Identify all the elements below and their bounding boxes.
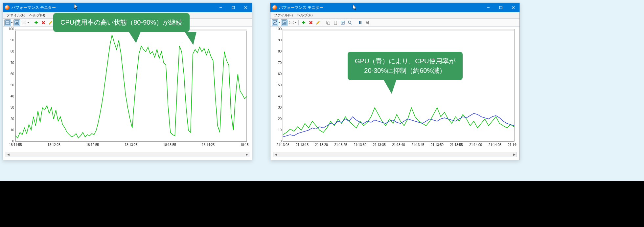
y-tick-label: 100 — [276, 27, 282, 31]
x-tick-label: 21:14:11 — [508, 143, 517, 147]
options-dropdown-icon[interactable] — [27, 22, 29, 24]
x-tick-label: 21:13:30 — [354, 143, 366, 147]
close-button[interactable] — [240, 3, 252, 12]
zoom-icon[interactable] — [347, 19, 353, 26]
remove-counter-icon[interactable] — [40, 19, 47, 26]
svg-rect-27 — [328, 22, 330, 25]
options-icon[interactable] — [21, 19, 27, 26]
svg-rect-35 — [283, 29, 514, 31]
window-title: パフォーマンス モニター — [12, 5, 56, 10]
menu-file[interactable]: ファイル(F) — [272, 13, 295, 18]
callout-text-line1: GPU（青）により、CPU使用率が — [355, 57, 455, 65]
y-tick-label: 50 — [278, 83, 282, 87]
svg-rect-22 — [284, 22, 285, 24]
app-icon — [272, 5, 277, 10]
copy-icon[interactable] — [325, 19, 332, 26]
x-tick-label: 21:13:55 — [450, 143, 463, 147]
properties-icon[interactable] — [339, 19, 346, 26]
remove-counter-icon[interactable] — [308, 19, 314, 26]
add-counter-icon[interactable] — [300, 19, 307, 26]
toolbar — [270, 19, 519, 27]
maximize-button[interactable] — [494, 3, 507, 12]
x-tick-label: 21:13:08 — [277, 143, 289, 147]
callout-tail — [384, 80, 396, 94]
y-tick-label: 0 — [12, 139, 14, 143]
minimize-button[interactable] — [482, 3, 494, 12]
horizontal-scrollbar[interactable]: ◀ ▶ — [6, 152, 249, 157]
x-tick-label: 18:15:02 — [241, 143, 249, 147]
callout-gpu-reduces-cpu: GPU（青）により、CPU使用率が 20-30%に抑制（約60%減） — [348, 52, 463, 80]
titlebar[interactable]: パフォーマンス モニター — [3, 3, 252, 12]
titlebar[interactable]: パフォーマンス モニター — [270, 3, 519, 12]
horizontal-scrollbar[interactable]: ◀ ▶ — [273, 152, 517, 157]
svg-rect-32 — [359, 21, 360, 24]
y-tick-label: 10 — [278, 128, 282, 132]
cursor-icon — [353, 4, 357, 11]
options-icon[interactable] — [288, 19, 295, 26]
cursor-icon — [74, 4, 79, 10]
y-tick-label: 50 — [11, 83, 14, 87]
x-tick-label: 18:12:25 — [48, 143, 60, 147]
y-tick-label: 100 — [9, 27, 14, 31]
y-tick-label: 90 — [278, 38, 282, 42]
callout-tail — [129, 32, 141, 43]
chart-area: 010203040506070809010018:11:5518:12:2518… — [6, 27, 249, 149]
view-mode-icon[interactable] — [13, 19, 20, 26]
minimize-button[interactable] — [215, 3, 227, 12]
close-button[interactable] — [507, 3, 519, 12]
scroll-right-icon[interactable]: ▶ — [512, 152, 517, 157]
menu-file[interactable]: ファイル(F) — [4, 13, 27, 18]
svg-rect-23 — [285, 22, 286, 24]
highlight-icon[interactable] — [47, 19, 54, 26]
scroll-left-icon[interactable]: ◀ — [6, 152, 11, 157]
options-dropdown-icon[interactable] — [295, 22, 297, 24]
svg-rect-18 — [499, 6, 502, 9]
scroll-right-icon[interactable]: ▶ — [244, 152, 249, 157]
window-title: パフォーマンス モニター — [279, 5, 323, 10]
update-icon[interactable] — [364, 19, 371, 26]
svg-rect-0 — [232, 6, 235, 9]
menubar: ファイル(F) ヘルプ(H) — [270, 12, 519, 19]
y-tick-label: 30 — [11, 106, 14, 109]
scroll-left-icon[interactable]: ◀ — [273, 152, 278, 157]
y-tick-label: 60 — [11, 72, 14, 76]
x-tick-label: 18:11:55 — [9, 143, 22, 147]
freeze-icon[interactable] — [357, 19, 363, 26]
paste-icon[interactable] — [332, 19, 339, 26]
x-tick-label: 21:13:50 — [431, 143, 444, 147]
chart-type-dropdown-icon[interactable] — [11, 22, 13, 24]
highlight-icon[interactable] — [315, 19, 321, 26]
toolbar-separator — [355, 20, 355, 25]
x-tick-label: 18:13:55 — [163, 143, 176, 147]
svg-rect-5 — [17, 22, 18, 24]
x-tick-label: 21:13:35 — [373, 143, 386, 147]
maximize-button[interactable] — [227, 3, 240, 12]
scroll-track[interactable] — [11, 152, 244, 157]
chart-type-icon[interactable] — [272, 19, 278, 26]
y-tick-label: 20 — [11, 117, 14, 121]
add-counter-icon[interactable] — [33, 19, 39, 26]
callout-text: CPU使用率の高い状態（80-90%）が継続 — [60, 19, 182, 26]
x-tick-label: 21:13:15 — [296, 143, 309, 147]
svg-rect-7 — [22, 23, 26, 24]
svg-rect-21 — [283, 23, 284, 24]
x-tick-label: 18:12:55 — [86, 143, 99, 147]
view-mode-icon[interactable] — [281, 19, 288, 26]
app-icon — [5, 5, 10, 10]
menu-help[interactable]: ヘルプ(H) — [295, 13, 314, 18]
chart-type-icon[interactable] — [4, 19, 11, 26]
x-tick-label: 21:14:00 — [469, 143, 482, 147]
y-tick-label: 0 — [280, 139, 282, 143]
x-tick-label: 21:13:45 — [411, 143, 424, 147]
callout-cpu-high: CPU使用率の高い状態（80-90%）が継続 — [53, 13, 190, 32]
y-tick-label: 60 — [278, 72, 282, 76]
callout-text-line2: 20-30%に抑制（約60%減） — [364, 67, 446, 74]
svg-rect-6 — [22, 21, 26, 22]
chart-type-dropdown-icon[interactable] — [278, 22, 280, 24]
svg-rect-3 — [15, 23, 16, 24]
svg-rect-16 — [15, 29, 247, 141]
scroll-track[interactable] — [278, 152, 512, 157]
y-tick-label: 70 — [11, 61, 14, 65]
menu-help[interactable]: ヘルプ(H) — [27, 13, 47, 18]
y-tick-label: 40 — [278, 94, 282, 98]
